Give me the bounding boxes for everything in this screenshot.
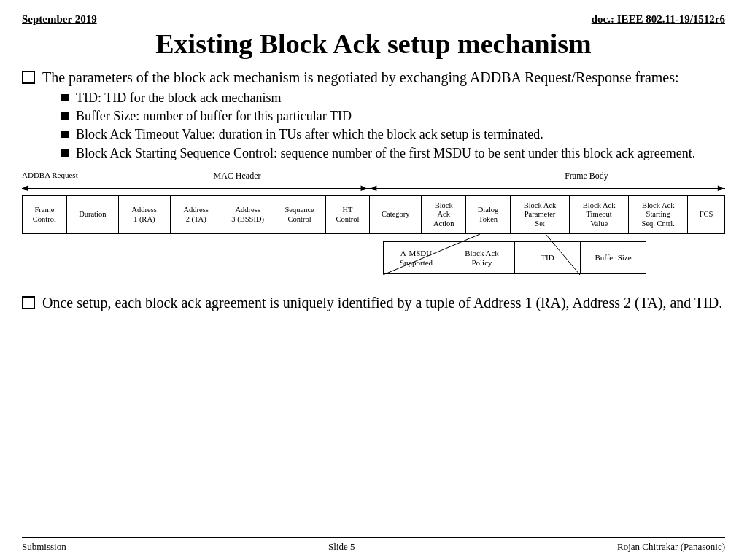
sub-bullet-4-text: Block Ack Starting Sequence Control: seq… [76, 145, 695, 162]
sub-bullet-2-text: Buffer Size: number of buffer for this p… [76, 108, 352, 125]
cell-tid: TID [515, 242, 581, 274]
slide-title: Existing Block Ack setup mechanism [22, 28, 725, 61]
frame-diagram: ADDBA Request MAC Header Frame Body ◄ ► … [22, 171, 725, 287]
footer-right: Rojan Chitrakar (Panasonic) [617, 541, 725, 553]
checkbox-icon-2 [22, 296, 35, 309]
frame-body-label: Frame Body [448, 171, 725, 182]
cell-block-ack-seq: Block AckStartingSeq. Cntrl. [629, 196, 688, 234]
arrow-left-icon: ◄ [20, 182, 30, 194]
sub-bullets: TID: TID for the block ack mechanism Buf… [61, 90, 725, 164]
bullet-2-text: Once setup, each block ack agreement is … [42, 293, 722, 312]
cell-addr3: Address3 (BSSID) [222, 196, 274, 234]
sub-bullet-1-text: TID: TID for the block ack mechanism [76, 90, 282, 106]
cell-block-ack-action: BlockAckAction [422, 196, 466, 234]
cell-buffer-size: Buffer Size [581, 242, 646, 274]
arrow-mid-left-icon: ► [359, 182, 368, 194]
slide: September 2019 doc.: IEEE 802.11-19/1512… [0, 0, 747, 560]
checkbox-icon [22, 71, 35, 84]
square-bullet-icon-3 [61, 131, 69, 138]
cell-block-ack-param: Block AckParameterSet [510, 196, 569, 234]
mac-header-label: MAC Header [109, 171, 365, 182]
square-bullet-icon-2 [61, 112, 69, 120]
addba-label: ADDBA Request [22, 171, 78, 179]
cell-amsdu: A-MSDUSupported [384, 242, 449, 274]
cell-addr2: Address2 (TA) [170, 196, 222, 234]
cell-block-ack-timeout: Block AckTimeoutValue [570, 196, 629, 234]
cell-ht-ctrl: HTControl [325, 196, 370, 234]
arrow-mid-right-icon: ◄ [369, 182, 379, 194]
cell-category: Category [370, 196, 422, 234]
inner-table: A-MSDUSupported Block AckPolicy TID Buff… [383, 241, 646, 274]
bullet-2: Once setup, each block ack agreement is … [22, 293, 725, 312]
sub-bullet-2: Buffer Size: number of buffer for this p… [61, 108, 725, 125]
cell-fcs: FCS [688, 196, 725, 234]
cell-addr1: Address1 (RA) [118, 196, 170, 234]
header-row: September 2019 doc.: IEEE 802.11-19/1512… [22, 13, 725, 26]
sub-bullet-4: Block Ack Starting Sequence Control: seq… [61, 145, 725, 162]
cell-duration: Duration [66, 196, 118, 234]
date-label: September 2019 [22, 13, 97, 26]
sub-bullet-3-text: Block Ack Timeout Value: duration in TUs… [76, 126, 543, 143]
bullet-1-text: The parameters of the block ack mechanis… [42, 68, 679, 87]
square-bullet-icon-4 [61, 149, 69, 157]
bullet-1: The parameters of the block ack mechanis… [22, 68, 725, 87]
cell-frame-control: FrameControl [23, 196, 67, 234]
arrow-right-icon: ► [716, 182, 725, 194]
cell-block-ack-policy: Block AckPolicy [449, 242, 515, 274]
square-bullet-icon [61, 94, 69, 101]
cell-seq-ctrl: SequenceControl [274, 196, 325, 234]
footer: Submission Slide 5 Rojan Chitrakar (Pana… [22, 537, 725, 553]
frame-table: FrameControl Duration Address1 (RA) Addr… [22, 195, 725, 234]
footer-left: Submission [22, 541, 66, 553]
sub-bullet-3: Block Ack Timeout Value: duration in TUs… [61, 126, 725, 143]
content-area: The parameters of the block ack mechanis… [22, 68, 725, 537]
doc-ref-label: doc.: IEEE 802.11-19/1512r6 [592, 13, 725, 26]
cell-dialog-token: DialogToken [466, 196, 511, 234]
sub-bullet-1: TID: TID for the block ack mechanism [61, 90, 725, 106]
inner-table-container: A-MSDUSupported Block AckPolicy TID Buff… [383, 241, 646, 274]
footer-center: Slide 5 [328, 541, 355, 553]
